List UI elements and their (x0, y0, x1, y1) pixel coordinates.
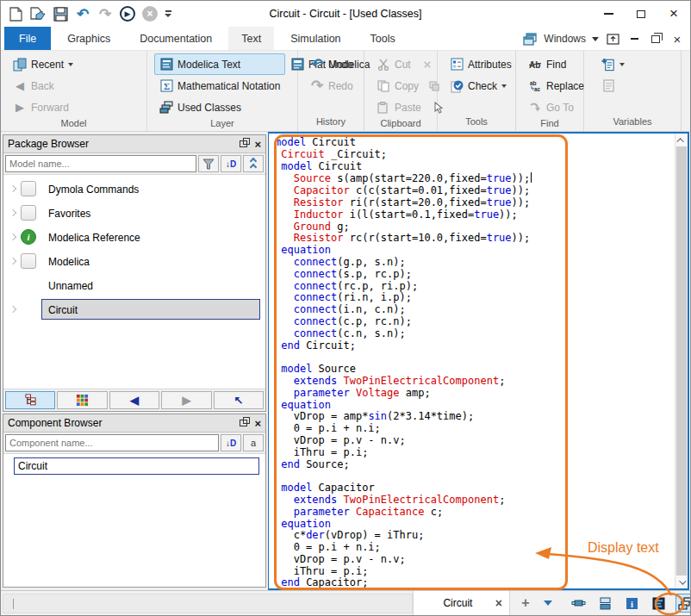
expand-chevron-icon[interactable] (7, 234, 19, 240)
stop-icon[interactable]: × (140, 4, 159, 23)
redo-label: Redo (328, 80, 353, 92)
used-classes-button[interactable]: Used Classes (154, 96, 285, 118)
cascade-windows-icon[interactable] (522, 31, 538, 47)
tab-list-dropdown-icon[interactable] (544, 600, 552, 606)
undo-icon[interactable]: ↶ (73, 4, 92, 23)
tree-view-button[interactable] (5, 391, 55, 409)
attributes-button[interactable]: Attributes (445, 53, 512, 75)
paste-button[interactable]: Paste (371, 96, 426, 118)
next-class-button[interactable]: ▶ (161, 391, 211, 409)
scroll-up-icon[interactable] (675, 134, 688, 146)
forward-button[interactable]: ▶ Forward (8, 96, 143, 118)
new-variable-browser-button[interactable] (596, 53, 677, 75)
close-icon[interactable]: × (657, 1, 690, 27)
open-file-icon[interactable] (28, 4, 47, 23)
cut-button[interactable]: Cut (371, 53, 416, 75)
tab-graphics[interactable]: Graphics (54, 27, 123, 50)
check-button[interactable]: Check (445, 75, 512, 96)
promote-panel-icon[interactable] (605, 31, 620, 47)
mathematical-notation-button[interactable]: Σ Mathematical Notation (154, 75, 285, 96)
windows-menu[interactable]: Windows (544, 33, 586, 45)
component-name-filter-input[interactable] (5, 434, 219, 451)
new-tab-button[interactable]: + (517, 594, 534, 612)
command-line[interactable] (3, 594, 413, 613)
code-area[interactable]: model Circuit Circuit _Circuit; model Ci… (275, 137, 674, 588)
tab-text[interactable]: Text (228, 27, 274, 50)
resize-grip[interactable] (682, 598, 688, 613)
replace-button[interactable]: abac Replace (523, 75, 580, 96)
tab-simulation[interactable]: Simulation (277, 27, 353, 50)
package-item-favorites[interactable]: Favorites (3, 201, 265, 225)
package-item-modelica-reference[interactable]: iModelica Reference (3, 225, 265, 249)
mdi-close-icon[interactable]: × (669, 31, 685, 47)
package-item-circuit[interactable]: Circuit (3, 297, 265, 321)
ribbon-group-model: Recent ◀ Back ▶ Forward Model (1, 51, 147, 131)
package-item-unnamed[interactable]: Unnamed (3, 273, 265, 297)
expand-chevron-icon[interactable] (7, 258, 19, 264)
goto-button[interactable]: Go To (523, 96, 580, 118)
ribbon-tab-bar: FileGraphicsDocumentationTextSimulationT… (1, 27, 690, 51)
find-button[interactable]: Ab Find (523, 53, 580, 75)
model-name-filter-input[interactable] (5, 155, 196, 172)
code-line: Source s(amp(start=220.0,fixed=true)); (275, 172, 674, 185)
float-panel-icon[interactable] (240, 140, 247, 147)
maximize-icon[interactable] (625, 1, 657, 27)
redo-icon[interactable]: ↷ (96, 4, 115, 23)
alpha-sort-button[interactable]: a (243, 434, 264, 451)
back-icon: ◀ (13, 79, 27, 93)
modelica-text-layer-button[interactable] (649, 594, 668, 613)
component-item-circuit[interactable]: Circuit (3, 457, 265, 476)
new-file-icon[interactable] (6, 4, 25, 23)
mdi-restore-icon[interactable] (648, 31, 663, 47)
mathematical-notation-label: Mathematical Notation (177, 80, 280, 92)
icon-view-button[interactable] (57, 391, 107, 409)
group-label-clipboard: Clipboard (364, 118, 437, 131)
statusbar: Circuit × + i (1, 590, 690, 615)
documentation-layer-button[interactable]: i (622, 594, 641, 613)
undo-button[interactable]: ↶ Undo (305, 53, 360, 75)
sort-package-button[interactable]: ↓D (221, 155, 241, 172)
copy-label: Copy (395, 80, 419, 92)
modelica-text-button[interactable]: Modelica Text (154, 53, 285, 75)
mdi-minimize-icon[interactable] (626, 31, 642, 47)
minimize-icon[interactable] (592, 1, 625, 27)
back-button[interactable]: ◀ Back (8, 75, 143, 96)
close-tab-icon[interactable]: × (495, 596, 502, 610)
float-panel-icon[interactable] (240, 420, 247, 426)
close-panel-icon[interactable]: × (254, 418, 261, 429)
package-item-modelica[interactable]: Modelica (3, 249, 265, 273)
modelica-text-editor[interactable]: model Circuit Circuit _Circuit; model Ci… (268, 132, 689, 590)
expand-chevron-icon[interactable] (7, 210, 19, 215)
recent-button[interactable]: Recent (8, 53, 143, 75)
scroll-down-icon[interactable] (675, 576, 688, 588)
variables-browser-button[interactable] (596, 75, 677, 96)
delete-icon[interactable]: × (421, 55, 433, 74)
copy-button[interactable]: Copy (371, 75, 424, 96)
check-label: Check (468, 80, 497, 92)
tab-tools[interactable]: Tools (358, 27, 408, 50)
expand-chevron-icon[interactable] (7, 307, 19, 312)
icon-layer-button[interactable] (569, 594, 588, 613)
redo-button[interactable]: ↷ Redo (305, 75, 360, 96)
tab-documentation[interactable]: Documentation (127, 27, 225, 50)
save-icon[interactable] (51, 4, 70, 23)
expand-chevron-icon[interactable] (7, 186, 19, 191)
collapse-all-button[interactable] (243, 155, 264, 172)
goto-label: Go To (546, 102, 574, 114)
filter-funnel-button[interactable] (198, 155, 219, 172)
run-icon[interactable]: ▶ (118, 4, 137, 23)
sort-component-button[interactable]: ↓D (221, 434, 241, 451)
close-panel-icon[interactable]: × (254, 139, 261, 150)
previous-class-button[interactable]: ◀ (109, 391, 159, 409)
document-tab-circuit[interactable]: Circuit × (413, 591, 510, 615)
recent-label: Recent (31, 59, 64, 71)
diagram-layer-button[interactable] (595, 594, 614, 613)
tab-file[interactable]: File (4, 27, 51, 50)
locate-class-button[interactable]: ↖ (214, 391, 264, 409)
editor-scrollbar[interactable] (675, 134, 688, 588)
code-line: model Circuit (275, 161, 674, 173)
package-item-dymola-commands[interactable]: Dymola Commands (3, 177, 265, 201)
toolbar-overflow-icon[interactable] (165, 10, 171, 17)
scrollbar-thumb[interactable] (676, 146, 687, 576)
windows-dropdown-icon[interactable] (592, 37, 599, 41)
